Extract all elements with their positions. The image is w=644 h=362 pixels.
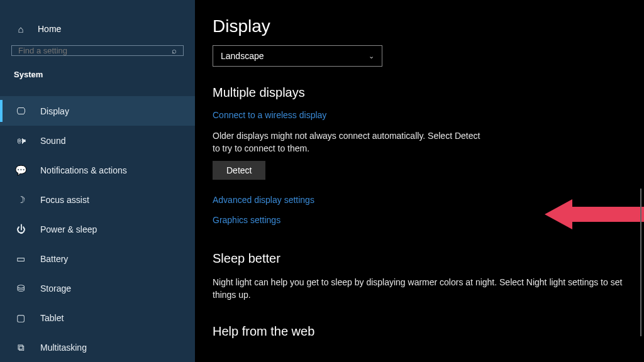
sidebar-item-label: Notifications & actions	[40, 165, 127, 175]
sidebar-item-tablet[interactable]: ▢ Tablet	[0, 303, 195, 332]
multitasking-icon: ⧉	[15, 343, 26, 352]
sidebar-item-battery[interactable]: ▭ Battery	[0, 244, 195, 273]
battery-icon: ▭	[15, 254, 26, 263]
sidebar-item-multitasking[interactable]: ⧉ Multitasking	[0, 332, 195, 362]
settings-window: ⌂ Home ⌕ System 🖵 Display 🕪 Sound 💬 Noti…	[0, 0, 644, 362]
sidebar-item-label: Tablet	[40, 313, 64, 323]
sidebar-item-label: Battery	[40, 254, 68, 264]
section-sleep-better-heading: Sleep better	[213, 251, 644, 266]
tablet-icon: ▢	[15, 313, 26, 322]
detect-button[interactable]: Detect	[213, 161, 265, 180]
sidebar-item-label: Focus assist	[40, 195, 89, 205]
sidebar-item-display[interactable]: 🖵 Display	[0, 96, 195, 126]
sidebar-item-notifications[interactable]: 💬 Notifications & actions	[0, 155, 195, 185]
sidebar-item-storage[interactable]: ⛁ Storage	[0, 273, 195, 303]
sidebar-item-label: Power & sleep	[40, 224, 97, 234]
search-icon: ⌕	[172, 46, 177, 55]
display-icon: 🖵	[15, 106, 26, 116]
section-help-heading: Help from the web	[213, 324, 644, 339]
sound-icon: 🕪	[15, 136, 26, 145]
power-icon: ⏻	[15, 224, 26, 234]
sidebar-category: System	[0, 65, 195, 90]
focus-assist-icon: ☽	[15, 195, 26, 204]
sidebar-item-power-sleep[interactable]: ⏻ Power & sleep	[0, 214, 195, 244]
notifications-icon: 💬	[15, 165, 26, 175]
sidebar: ⌂ Home ⌕ System 🖵 Display 🕪 Sound 💬 Noti…	[0, 0, 195, 362]
detect-hint-text: Older displays might not always connect …	[213, 130, 483, 155]
sidebar-item-label: Display	[40, 106, 69, 116]
sidebar-nav: 🖵 Display 🕪 Sound 💬 Notifications & acti…	[0, 96, 195, 362]
connect-wireless-display-link[interactable]: Connect to a wireless display	[213, 110, 644, 120]
orientation-select[interactable]: Landscape ⌄	[213, 45, 382, 67]
scrollbar[interactable]	[640, 189, 641, 336]
sidebar-item-focus-assist[interactable]: ☽ Focus assist	[0, 185, 195, 214]
home-button[interactable]: ⌂ Home	[0, 19, 195, 45]
home-label: Home	[38, 24, 61, 34]
sidebar-item-label: Storage	[40, 283, 71, 293]
arrow-head-icon	[545, 199, 572, 229]
main-content: Display Landscape ⌄ Multiple displays Co…	[195, 0, 644, 362]
page-title: Display	[213, 16, 644, 36]
sidebar-item-sound[interactable]: 🕪 Sound	[0, 126, 195, 155]
section-multiple-displays-heading: Multiple displays	[213, 85, 644, 100]
storage-icon: ⛁	[15, 283, 26, 293]
annotation-arrow	[545, 199, 644, 229]
sidebar-item-label: Multitasking	[40, 343, 87, 353]
home-icon: ⌂	[15, 25, 26, 34]
search-box[interactable]: ⌕	[11, 45, 184, 56]
chevron-down-icon: ⌄	[369, 52, 374, 60]
sidebar-item-label: Sound	[40, 136, 65, 146]
search-input[interactable]	[18, 46, 172, 55]
arrow-shaft	[570, 207, 644, 222]
sleep-better-body: Night light can help you get to sleep by…	[213, 276, 628, 302]
orientation-value: Landscape	[221, 51, 264, 61]
